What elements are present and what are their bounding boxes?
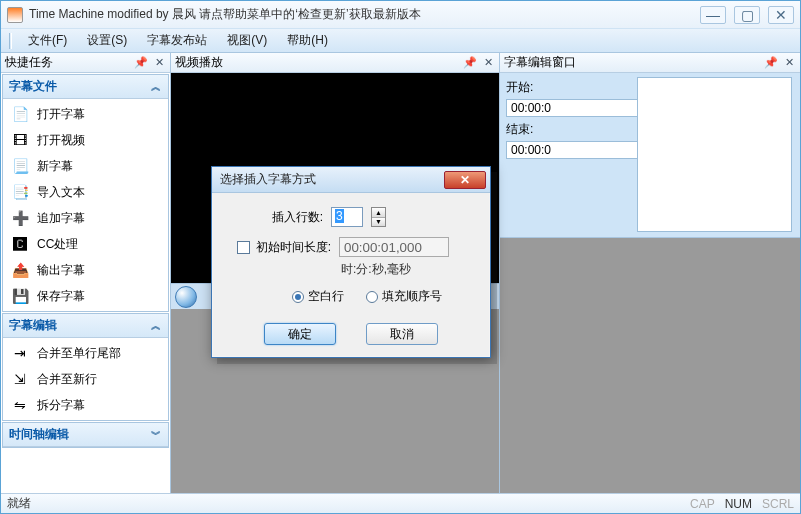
- task-label: 合并至单行尾部: [37, 345, 121, 362]
- task-label: 输出字幕: [37, 262, 85, 279]
- rows-label: 插入行数:: [228, 209, 323, 226]
- menubar-grip-icon: [9, 33, 12, 49]
- start-label: 开始:: [506, 79, 540, 96]
- task-icon: 💾: [11, 287, 29, 305]
- pin-icon[interactable]: 📌: [134, 56, 148, 70]
- rows-spinner[interactable]: ▲ ▼: [371, 207, 386, 227]
- task-icon: ⇲: [11, 370, 29, 388]
- video-pane-title: 视频播放: [175, 54, 223, 71]
- dialog-titlebar[interactable]: 选择插入字幕方式 ✕: [212, 167, 490, 193]
- section-subtitle-file: 字幕文件 ︽ 📄打开字幕🎞打开视频📃新字幕📑导入文本➕追加字幕🅲CC处理📤输出字…: [2, 74, 169, 312]
- video-pane-header: 视频播放 📌 ✕: [171, 53, 499, 73]
- task-label: CC处理: [37, 236, 78, 253]
- section-subtitle-edit: 字幕编辑 ︽ ⇥合并至单行尾部⇲合并至新行⇋拆分字幕: [2, 313, 169, 421]
- editor-pane: 字幕编辑窗口 📌 ✕ 开始: 结束:: [500, 53, 800, 493]
- tasks-pane-header: 快捷任务 📌 ✕: [1, 53, 170, 73]
- status-ready: 就绪: [7, 495, 31, 512]
- menu-help[interactable]: 帮助(H): [279, 30, 336, 51]
- section-timeline-edit-header[interactable]: 时间轴编辑 ︾: [3, 423, 168, 447]
- radio-icon: [366, 291, 378, 303]
- rows-input[interactable]: 3: [331, 207, 363, 227]
- menu-view[interactable]: 视图(V): [219, 30, 275, 51]
- task-label: 新字幕: [37, 158, 73, 175]
- insert-subtitle-dialog: 选择插入字幕方式 ✕ 插入行数: 3 ▲ ▼ 初始时间长度:: [211, 166, 491, 358]
- close-pane-icon[interactable]: ✕: [152, 56, 166, 70]
- collapse-icon: ︽: [151, 319, 162, 333]
- menubar: 文件(F) 设置(S) 字幕发布站 视图(V) 帮助(H): [1, 29, 800, 53]
- menu-settings[interactable]: 设置(S): [79, 30, 135, 51]
- dialog-title: 选择插入字幕方式: [220, 171, 444, 188]
- spinner-down-icon[interactable]: ▼: [372, 218, 385, 227]
- init-length-label: 初始时间长度:: [256, 239, 331, 256]
- task-label: 拆分字幕: [37, 397, 85, 414]
- close-pane-icon[interactable]: ✕: [481, 56, 495, 70]
- init-length-input: [339, 237, 449, 257]
- cancel-button[interactable]: 取消: [366, 323, 438, 345]
- task-icon: 📃: [11, 157, 29, 175]
- task-label: 保存字幕: [37, 288, 85, 305]
- init-length-checkbox[interactable]: [237, 241, 250, 254]
- task-item[interactable]: 🅲CC处理: [3, 231, 168, 257]
- play-button[interactable]: [175, 286, 197, 308]
- radio-blank-label: 空白行: [308, 288, 344, 305]
- task-icon: 🎞: [11, 131, 29, 149]
- window-title: Time Machine modified by 晨风 请点帮助菜单中的‘检查更…: [29, 6, 694, 23]
- editor-pane-title: 字幕编辑窗口: [504, 54, 576, 71]
- close-window-button[interactable]: ✕: [768, 6, 794, 24]
- status-cap: CAP: [690, 497, 715, 511]
- task-icon: 🅲: [11, 235, 29, 253]
- dialog-close-button[interactable]: ✕: [444, 171, 486, 189]
- section-subtitle-file-header[interactable]: 字幕文件 ︽: [3, 75, 168, 99]
- end-label: 结束:: [506, 121, 540, 138]
- task-icon: 📄: [11, 105, 29, 123]
- radio-fill-seq[interactable]: 填充顺序号: [366, 288, 442, 305]
- task-label: 导入文本: [37, 184, 85, 201]
- task-label: 合并至新行: [37, 371, 97, 388]
- task-item[interactable]: 📃新字幕: [3, 153, 168, 179]
- menu-publish[interactable]: 字幕发布站: [139, 30, 215, 51]
- task-item[interactable]: 📤输出字幕: [3, 257, 168, 283]
- task-item[interactable]: ➕追加字幕: [3, 205, 168, 231]
- section-subtitle-edit-header[interactable]: 字幕编辑 ︽: [3, 314, 168, 338]
- pin-icon[interactable]: 📌: [764, 56, 778, 70]
- time-format-hint: 时:分:秒,毫秒: [341, 261, 474, 278]
- radio-fill-label: 填充顺序号: [382, 288, 442, 305]
- section-timeline-edit: 时间轴编辑 ︾: [2, 422, 169, 448]
- task-icon: ⇥: [11, 344, 29, 362]
- task-icon: 📤: [11, 261, 29, 279]
- tasks-pane-title: 快捷任务: [5, 54, 53, 71]
- status-num: NUM: [725, 497, 752, 511]
- ok-button[interactable]: 确定: [264, 323, 336, 345]
- task-item[interactable]: 🎞打开视频: [3, 127, 168, 153]
- app-icon: [7, 7, 23, 23]
- minimize-button[interactable]: —: [700, 6, 726, 24]
- titlebar: Time Machine modified by 晨风 请点帮助菜单中的‘检查更…: [1, 1, 800, 29]
- section-timeline-edit-title: 时间轴编辑: [9, 426, 69, 443]
- task-item[interactable]: 📑导入文本: [3, 179, 168, 205]
- pin-icon[interactable]: 📌: [463, 56, 477, 70]
- statusbar: 就绪 CAP NUM SCRL: [1, 493, 800, 513]
- spinner-up-icon[interactable]: ▲: [372, 208, 385, 218]
- task-item[interactable]: 📄打开字幕: [3, 101, 168, 127]
- task-item[interactable]: ⇋拆分字幕: [3, 392, 168, 418]
- sidebar: 快捷任务 📌 ✕ 字幕文件 ︽ 📄打开字幕🎞打开视频📃新字幕📑导入文本➕追加字幕…: [1, 53, 171, 493]
- section-subtitle-edit-title: 字幕编辑: [9, 317, 57, 334]
- close-pane-icon[interactable]: ✕: [782, 56, 796, 70]
- task-icon: ⇋: [11, 396, 29, 414]
- radio-icon: [292, 291, 304, 303]
- task-icon: ➕: [11, 209, 29, 227]
- app-window: Time Machine modified by 晨风 请点帮助菜单中的‘检查更…: [0, 0, 801, 514]
- task-icon: 📑: [11, 183, 29, 201]
- subtitle-text-input[interactable]: [637, 77, 792, 232]
- maximize-button[interactable]: ▢: [734, 6, 760, 24]
- task-item[interactable]: 💾保存字幕: [3, 283, 168, 309]
- task-item[interactable]: ⇥合并至单行尾部: [3, 340, 168, 366]
- task-item[interactable]: ⇲合并至新行: [3, 366, 168, 392]
- menu-file[interactable]: 文件(F): [20, 30, 75, 51]
- radio-blank-row[interactable]: 空白行: [292, 288, 344, 305]
- task-label: 追加字幕: [37, 210, 85, 227]
- status-scrl: SCRL: [762, 497, 794, 511]
- task-label: 打开视频: [37, 132, 85, 149]
- task-label: 打开字幕: [37, 106, 85, 123]
- editor-empty-area: [500, 238, 800, 493]
